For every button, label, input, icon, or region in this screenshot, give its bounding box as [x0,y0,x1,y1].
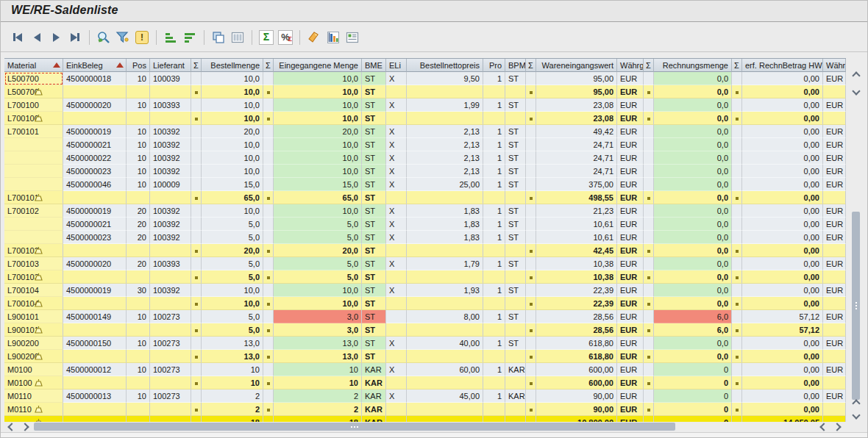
detail-view-button[interactable] [344,29,361,46]
cell[interactable]: EUR [617,244,644,257]
cell[interactable]: 10 [127,125,150,138]
cell[interactable]: ST [362,125,386,138]
cell[interactable] [4,165,63,178]
cell[interactable]: 22,39 [536,297,617,310]
cell[interactable]: 15,0 [274,178,362,191]
cell[interactable] [732,191,742,204]
cell[interactable]: 4500000046 [63,178,127,191]
cell[interactable]: 2 [202,403,263,416]
cell[interactable] [483,416,505,422]
cell[interactable]: 8,00 [407,310,483,323]
cell[interactable] [526,125,536,138]
cell[interactable] [407,297,483,310]
cell[interactable]: ST [505,151,526,165]
cell[interactable]: 0,0 [654,178,732,191]
cell[interactable]: 0,0 [654,125,732,138]
cell[interactable]: 0,0 [654,244,732,257]
cell[interactable]: 10 [127,138,150,151]
cell[interactable]: 0,0 [654,112,732,125]
cell[interactable] [127,191,150,204]
column-header[interactable]: Bestellnettopreis [407,59,483,72]
cell[interactable] [263,323,274,337]
cell[interactable]: 100392 [150,204,191,218]
column-settings-button[interactable] [229,29,246,46]
sort-descending-button[interactable] [181,29,199,46]
cell[interactable]: 0,00 [742,218,823,231]
cell[interactable]: EUR [617,284,644,297]
cell[interactable]: 1 [483,231,505,244]
cell[interactable]: X [386,363,407,376]
cell[interactable] [386,191,407,204]
cell[interactable]: EUR [617,151,644,165]
cell[interactable] [644,125,654,138]
cell[interactable] [644,98,654,112]
column-header[interactable]: Wareneingangswert [536,59,617,72]
cell[interactable] [191,244,202,257]
cell[interactable] [263,350,274,363]
cell[interactable]: X [386,389,407,403]
cell[interactable]: 20 [127,231,150,244]
cell[interactable] [263,204,274,218]
cell[interactable]: EUR [823,125,846,138]
cell[interactable]: L700103 [4,257,63,270]
cell[interactable] [505,191,526,204]
cell[interactable]: 13,0 [202,337,263,350]
cell[interactable] [191,337,202,350]
cell[interactable]: 10,0 [274,98,362,112]
cell[interactable]: 10 [127,178,150,191]
cell[interactable]: 0 [654,416,732,422]
cell[interactable]: 1 [483,204,505,218]
column-header[interactable]: Bestellmenge [202,59,263,72]
cell[interactable]: ST [505,178,526,191]
cell[interactable]: 10 [127,151,150,165]
cell[interactable] [526,231,536,244]
cell[interactable] [191,151,202,165]
cell[interactable]: 42,45 [536,244,617,257]
cell[interactable]: EUR [617,337,644,350]
cell[interactable]: 1,93 [407,284,483,297]
cell[interactable] [823,403,846,416]
cell[interactable] [732,337,742,350]
cell[interactable]: 100273 [150,363,191,376]
cell[interactable] [732,257,742,270]
cell[interactable] [483,376,505,389]
cell[interactable] [644,85,654,98]
column-header[interactable]: Eingegangene Menge [274,59,362,72]
cell[interactable]: EUR [823,257,846,270]
cell[interactable]: 10 [127,389,150,403]
cell[interactable]: 10,0 [202,204,263,218]
cell[interactable]: EUR [617,178,644,191]
cell[interactable] [732,270,742,284]
cell[interactable]: 20,0 [274,125,362,138]
cell[interactable] [4,218,63,231]
cell[interactable] [732,389,742,403]
cell[interactable]: 65,0 [274,191,362,204]
column-header[interactable]: erf. RechnBetrag HW [742,59,823,72]
cell[interactable]: 90,00 [536,389,617,403]
cell[interactable] [644,323,654,337]
cell[interactable] [386,350,407,363]
cell[interactable] [483,112,505,125]
cell[interactable] [150,85,191,98]
cell[interactable]: EUR [823,98,846,112]
cell[interactable]: EUR [823,284,846,297]
cell[interactable]: 13,0 [202,350,263,363]
cell[interactable]: 5,0 [274,270,362,284]
cell[interactable]: 23,08 [536,112,617,125]
cell[interactable] [191,204,202,218]
cell[interactable] [127,350,150,363]
cell[interactable]: ST [505,284,526,297]
cell[interactable]: 100392 [150,138,191,151]
cell[interactable] [526,72,536,85]
cell[interactable] [263,138,274,151]
cell[interactable] [526,151,536,165]
cell[interactable] [732,244,742,257]
cell[interactable]: 100273 [150,310,191,323]
cell[interactable]: 5,0 [202,270,263,284]
cell[interactable]: 2,13 [407,138,483,151]
cell[interactable] [732,284,742,297]
cell[interactable]: EUR [617,389,644,403]
cell[interactable]: 18 [202,416,263,422]
cell[interactable]: 23,08 [536,98,617,112]
cell[interactable]: EUR [617,363,644,376]
